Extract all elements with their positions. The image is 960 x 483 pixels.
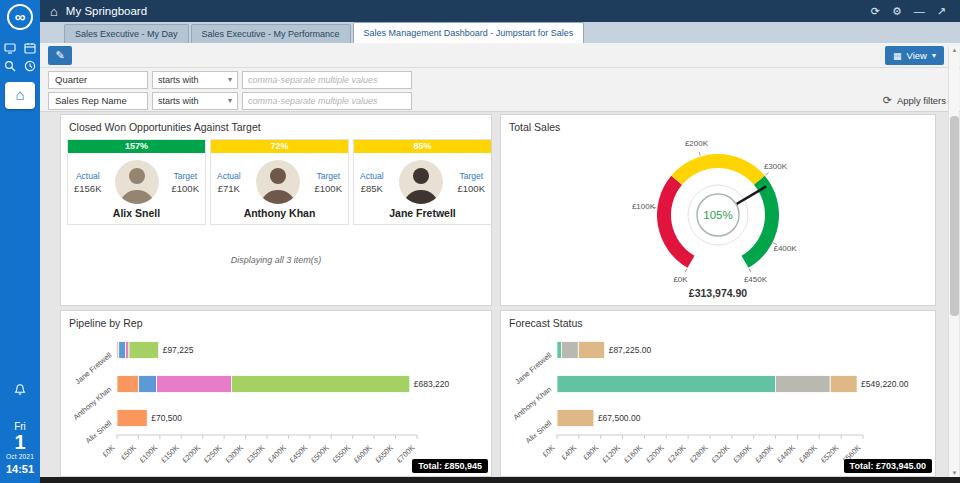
dashboard-grid: Closed Won Opportunities Against Target … (40, 112, 960, 477)
minimize-icon[interactable]: — (914, 6, 925, 17)
expand-icon[interactable]: ↗ (937, 6, 946, 17)
operator-value: starts with (158, 72, 199, 88)
filter-operator-select[interactable]: starts with ▾ (152, 71, 238, 89)
svg-text:£683,220: £683,220 (414, 379, 450, 389)
pencil-icon: ✎ (55, 49, 64, 61)
svg-text:Anthony Khan: Anthony Khan (71, 385, 113, 422)
svg-text:£400K: £400K (773, 244, 797, 253)
actual-metric: Actual£85K (360, 171, 384, 194)
svg-text:£400K: £400K (266, 443, 288, 465)
vertical-scrollbar[interactable]: ▲ ▼ (948, 46, 959, 477)
svg-text:£400K: £400K (753, 443, 775, 465)
scrollbar-thumb[interactable] (950, 116, 959, 316)
svg-text:Alix Snell: Alix Snell (84, 418, 114, 445)
filter-row-sales-rep: Sales Rep Name starts with ▾ (48, 92, 412, 110)
actual-metric: Actual£71K (217, 171, 241, 194)
panel-pipeline-by-rep: Pipeline by Rep £0K£50K£100K£150K£200K£2… (60, 310, 492, 477)
tab-sales-management-dashboard[interactable]: Sales Management Dashboard - Jumpstart f… (353, 22, 585, 43)
svg-text:£97,225: £97,225 (163, 345, 194, 355)
target-label: Target (458, 171, 485, 181)
rep-card-jane-fretwell: 85% Actual£85K Target£100K Jane Fretwell (353, 139, 492, 225)
panel-closed-won: Closed Won Opportunities Against Target … (60, 114, 492, 306)
bell-icon[interactable] (13, 383, 27, 397)
percent-label: 72% (270, 141, 288, 151)
desktop-icon[interactable] (4, 42, 16, 54)
window-bottom-edge (40, 477, 960, 483)
svg-text:£0K: £0K (673, 275, 688, 284)
svg-text:£200K: £200K (180, 443, 202, 465)
svg-text:£40K: £40K (560, 443, 579, 462)
target-metric: Target£100K (315, 171, 342, 194)
svg-text:£100K: £100K (138, 443, 160, 465)
svg-text:£100K: £100K (632, 202, 656, 211)
filter-field-label: Quarter (48, 71, 148, 89)
svg-text:£520K: £520K (819, 443, 841, 465)
svg-text:Alix Snell: Alix Snell (524, 418, 554, 445)
svg-text:£360K: £360K (731, 443, 753, 465)
avatar-photo (399, 160, 443, 204)
chevron-down-icon: ▾ (932, 51, 936, 60)
percent-bar: 85% (354, 140, 491, 153)
actual-label: Actual (217, 171, 241, 181)
actual-label: Actual (74, 171, 101, 181)
percent-bar: 157% (68, 140, 205, 153)
svg-text:Jane Fretwell: Jane Fretwell (513, 350, 553, 386)
view-button[interactable]: ▦ View ▾ (885, 46, 944, 65)
tab-sales-exec-my-day[interactable]: Sales Executive - My Day (64, 24, 189, 43)
svg-text:105%: 105% (703, 209, 732, 221)
rep-card-alix-snell: 157% Actual£156K Target£100K Alix Snell (67, 139, 206, 225)
target-metric: Target£100K (458, 171, 485, 194)
home-icon[interactable]: ⌂ (50, 5, 58, 18)
home-tile-button[interactable]: ⌂ (5, 82, 35, 109)
operator-value: starts with (158, 93, 199, 109)
filter-row-quarter: Quarter starts with ▾ (48, 71, 412, 89)
search-icon[interactable] (4, 60, 16, 72)
tab-sales-exec-my-performance[interactable]: Sales Executive - My Performance (191, 24, 351, 43)
apply-filters-button[interactable]: ⟳ Apply filters (883, 94, 946, 107)
refresh-icon[interactable]: ⟳ (871, 6, 880, 17)
grid-icon: ▦ (893, 51, 902, 61)
chevron-down-icon: ▾ (228, 93, 232, 109)
panel-forecast-status: Forecast Status £0K£40K£80K£120K£160K£20… (500, 310, 936, 477)
percent-label: 157% (125, 141, 148, 151)
panel-total-sales: Total Sales £0K£100K£200K£300K£400K£450K… (500, 114, 936, 306)
filter-value-input[interactable] (242, 71, 412, 89)
actual-label: Actual (360, 171, 384, 181)
gear-icon[interactable]: ⚙ (892, 6, 902, 17)
scroll-down-icon[interactable]: ▼ (949, 470, 960, 476)
filter-value-input[interactable] (242, 92, 412, 110)
svg-text:£70,500: £70,500 (151, 413, 182, 423)
scroll-up-icon[interactable]: ▲ (949, 47, 960, 53)
items-count-footer: Displaying all 3 item(s) (61, 255, 491, 265)
svg-text:£200K: £200K (685, 139, 709, 148)
avatar-photo (256, 160, 300, 204)
rep-name: Anthony Khan (211, 207, 348, 219)
edit-button[interactable]: ✎ (48, 46, 72, 65)
svg-text:£350K: £350K (245, 443, 267, 465)
rep-cards: 157% Actual£156K Target£100K Alix Snell … (67, 139, 492, 225)
svg-text:£80K: £80K (581, 443, 600, 462)
svg-text:£480K: £480K (797, 443, 819, 465)
page-title: My Springboard (66, 5, 147, 17)
sidebar-datetime: Fri 1 Oct 2021 14:51 (0, 421, 40, 475)
svg-text:£550K: £550K (330, 443, 352, 465)
filter-field-label: Sales Rep Name (48, 92, 148, 110)
calendar-icon[interactable] (24, 42, 36, 54)
target-value: £100K (315, 183, 342, 194)
svg-text:£450K: £450K (288, 443, 310, 465)
clock-icon[interactable] (24, 60, 36, 72)
svg-text:£0K: £0K (541, 443, 557, 459)
svg-text:£240K: £240K (666, 443, 688, 465)
svg-text:£280K: £280K (688, 443, 710, 465)
svg-text:£300K: £300K (764, 162, 788, 171)
total-sales-gauge: £0K£100K£200K£300K£400K£450K105%£313,974… (598, 131, 838, 303)
percent-bar: 72% (211, 140, 348, 153)
svg-text:£87,225.00: £87,225.00 (609, 345, 652, 355)
svg-text:Anthony Khan: Anthony Khan (511, 385, 553, 422)
svg-text:£549,220.00: £549,220.00 (861, 379, 909, 389)
target-metric: Target£100K (172, 171, 199, 194)
filter-operator-select[interactable]: starts with ▾ (152, 92, 238, 110)
svg-text:Jane Fretwell: Jane Fretwell (73, 350, 113, 386)
svg-text:£650K: £650K (373, 443, 395, 465)
percent-label: 85% (413, 141, 431, 151)
